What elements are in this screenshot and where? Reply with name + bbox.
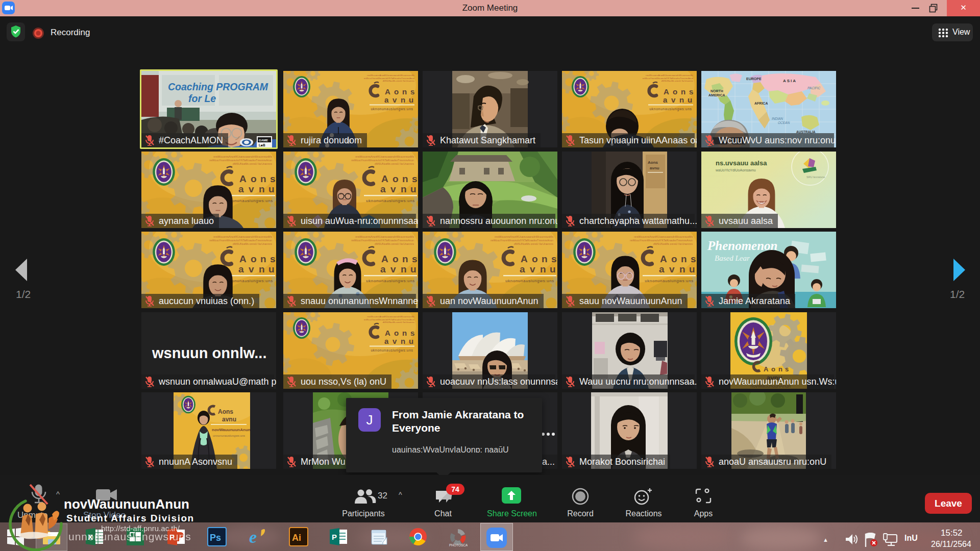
svg-text:L■B: L■B bbox=[259, 143, 265, 147]
svg-text:P: P bbox=[332, 533, 337, 541]
svg-text:unnonunauslungws:uns: unnonunauslungws:uns bbox=[213, 434, 245, 437]
svg-text:SRU lsnnstvnu: SRU lsnnstvnu bbox=[806, 176, 825, 179]
svg-text:avnu: avnu bbox=[222, 416, 236, 423]
svg-text:novWauunuunAnun: novWauunuunAnun bbox=[212, 428, 251, 432]
svg-text:Based Lear: Based Lear bbox=[715, 254, 750, 262]
svg-text:PACIFIC: PACIFIC bbox=[807, 86, 820, 90]
svg-text:for Le: for Le bbox=[188, 93, 216, 104]
svg-text:PHOTOSCAPE: PHOTOSCAPE bbox=[449, 543, 468, 546]
svg-text:GAME: GAME bbox=[259, 139, 268, 142]
svg-text:Ai: Ai bbox=[292, 533, 301, 543]
svg-text:o: o bbox=[771, 365, 775, 373]
svg-text:avnu: avnu bbox=[650, 166, 659, 170]
svg-text:wsnuun onnlw...: wsnuun onnlw... bbox=[152, 345, 266, 361]
svg-text:Phenomenon: Phenomenon bbox=[707, 239, 778, 253]
svg-text:Aons: Aons bbox=[218, 408, 233, 415]
svg-text:Aons: Aons bbox=[648, 160, 658, 165]
svg-text:ASIA: ASIA bbox=[783, 79, 797, 83]
svg-text:n: n bbox=[778, 365, 782, 373]
svg-text:AMERICA: AMERICA bbox=[708, 93, 725, 97]
svg-text:OCEAN: OCEAN bbox=[778, 121, 790, 124]
svg-text:Coaching PROGRAM: Coaching PROGRAM bbox=[168, 81, 268, 92]
svg-text:waUoYIcYdIUoAonsavnu: waUoYIcYdIUoAonsavnu bbox=[715, 168, 756, 172]
svg-text:EUROPE: EUROPE bbox=[746, 77, 762, 81]
svg-text:s: s bbox=[785, 365, 789, 373]
svg-text:ns.uvsauu aalsa: ns.uvsauu aalsa bbox=[716, 159, 767, 167]
svg-text:AFRICA: AFRICA bbox=[754, 102, 768, 105]
svg-text:e: e bbox=[249, 528, 257, 546]
svg-text:A: A bbox=[764, 365, 769, 373]
svg-text:INDIAN: INDIAN bbox=[772, 117, 783, 120]
svg-text:Ps: Ps bbox=[210, 533, 221, 543]
svg-text:NORTH: NORTH bbox=[710, 89, 723, 93]
